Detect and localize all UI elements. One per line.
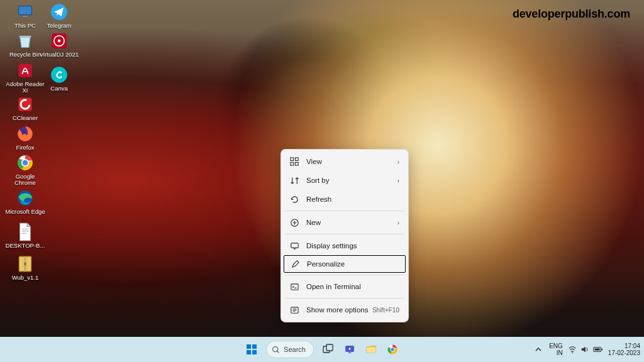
more-icon xyxy=(289,304,300,315)
svg-rect-33 xyxy=(252,350,257,354)
svg-rect-31 xyxy=(252,344,257,349)
time-text: 17:04 xyxy=(625,343,640,349)
menu-label: Sort by xyxy=(306,177,397,184)
watermark-text: developerpublish.com xyxy=(513,8,630,21)
svg-point-9 xyxy=(22,160,29,167)
menu-separator xyxy=(285,298,404,299)
menu-open-terminal[interactable]: Open in Terminal xyxy=(284,277,406,296)
desktop-icon-desktop-file[interactable]: DESKTOP-B... xyxy=(5,222,45,249)
taskbar-explorer[interactable] xyxy=(362,340,380,359)
svg-point-42 xyxy=(391,348,394,351)
taskbar-chrome[interactable] xyxy=(383,340,402,359)
menu-refresh[interactable]: Refresh xyxy=(284,190,406,209)
svg-rect-4 xyxy=(19,64,32,77)
menu-new[interactable]: New › xyxy=(284,213,406,232)
svg-point-21 xyxy=(51,67,67,83)
lang-primary: ENG xyxy=(549,343,563,349)
svg-rect-16 xyxy=(24,263,26,265)
menu-separator xyxy=(285,211,404,211)
taskbar-right: ENG IN 17:04 17-02-2023 xyxy=(533,340,640,359)
menu-view[interactable]: View › xyxy=(284,152,406,171)
monitor-icon xyxy=(16,3,35,21)
virtualdj-icon xyxy=(50,31,69,50)
desktop-icon-firefox[interactable]: Firefox xyxy=(5,124,45,151)
desktop-icon-canva[interactable]: Canva xyxy=(39,65,79,92)
svg-rect-22 xyxy=(290,157,293,160)
menu-sort-by[interactable]: Sort by › xyxy=(284,171,406,190)
svg-rect-37 xyxy=(326,344,333,351)
refresh-icon xyxy=(289,194,300,205)
svg-rect-3 xyxy=(19,36,31,38)
svg-rect-40 xyxy=(367,348,375,353)
taskbar-center: Search xyxy=(242,340,402,359)
desktop-context-menu: View › Sort by › Refresh New › Display s… xyxy=(280,149,409,322)
svg-rect-25 xyxy=(295,162,298,165)
display-icon xyxy=(289,240,300,251)
svg-rect-28 xyxy=(291,283,297,289)
system-tray[interactable] xyxy=(568,345,603,354)
desktop-icon-edge[interactable]: Microsoft Edge xyxy=(5,189,45,215)
menu-label: Refresh xyxy=(306,195,399,203)
text-file-icon xyxy=(16,222,35,241)
taskbar: Search ENG IN 17:04 17-02-2023 xyxy=(0,337,644,362)
svg-rect-46 xyxy=(601,349,602,351)
svg-rect-45 xyxy=(595,348,600,351)
icon-label: Google Chrome xyxy=(5,173,45,187)
personalize-icon xyxy=(289,258,301,270)
lang-secondary: IN xyxy=(557,349,563,356)
chrome-icon xyxy=(16,153,35,172)
svg-rect-32 xyxy=(247,350,251,354)
battery-icon xyxy=(593,346,603,353)
wifi-icon xyxy=(568,345,577,354)
search-placeholder: Search xyxy=(284,346,306,353)
firefox-icon xyxy=(16,124,35,143)
icon-label: CCleaner xyxy=(13,115,38,121)
svg-rect-27 xyxy=(291,243,297,248)
clock[interactable]: 17:04 17-02-2023 xyxy=(608,343,640,356)
svg-rect-1 xyxy=(23,16,28,17)
menu-label: Show more options xyxy=(306,306,372,314)
start-button[interactable] xyxy=(242,340,261,359)
tray-chevron[interactable] xyxy=(533,340,544,359)
date-text: 17-02-2023 xyxy=(608,349,640,356)
icon-label: Telegram xyxy=(47,23,71,29)
icon-label: Canva xyxy=(50,85,67,92)
menu-label: New xyxy=(306,219,397,226)
svg-point-20 xyxy=(58,40,61,43)
volume-icon xyxy=(580,345,589,354)
menu-label: Open in Terminal xyxy=(306,283,399,290)
edge-icon xyxy=(16,189,35,207)
search-icon xyxy=(272,346,280,354)
adobe-reader-icon xyxy=(16,61,35,80)
taskbar-chat[interactable] xyxy=(340,340,359,359)
menu-label: Display settings xyxy=(306,242,399,250)
task-view-button[interactable] xyxy=(319,340,338,359)
chevron-right-icon: › xyxy=(397,158,399,165)
menu-personalize[interactable]: Personalize xyxy=(284,255,406,273)
icon-label: Wub_v1.1 xyxy=(12,275,39,281)
icon-label: DESKTOP-B... xyxy=(6,243,45,249)
desktop-icon-ccleaner[interactable]: CCleaner xyxy=(5,95,45,121)
menu-display-settings[interactable]: Display settings xyxy=(284,236,406,255)
svg-point-34 xyxy=(273,346,278,351)
icon-label: VirtualDJ 2021 xyxy=(40,52,79,58)
icon-label: Firefox xyxy=(16,145,34,151)
terminal-icon xyxy=(289,281,300,292)
desktop-icon-chrome[interactable]: Google Chrome xyxy=(5,153,45,187)
desktop-icon-wub[interactable]: Wub_v1.1 xyxy=(5,255,45,281)
svg-rect-23 xyxy=(295,157,298,160)
desktop-icon-telegram[interactable]: Telegram xyxy=(39,3,79,29)
svg-rect-30 xyxy=(247,344,251,349)
chevron-right-icon: › xyxy=(397,219,399,226)
svg-rect-0 xyxy=(19,6,32,15)
svg-line-35 xyxy=(277,351,279,352)
canva-icon xyxy=(50,65,69,84)
chevron-right-icon: › xyxy=(397,177,399,184)
taskbar-search[interactable]: Search xyxy=(266,341,314,358)
new-icon xyxy=(289,217,300,228)
ccleaner-icon xyxy=(16,95,35,114)
language-indicator[interactable]: ENG IN xyxy=(549,343,563,356)
menu-show-more[interactable]: Show more options Shift+F10 xyxy=(284,300,406,319)
desktop-icon-virtualdj[interactable]: VirtualDJ 2021 xyxy=(39,31,79,58)
menu-separator xyxy=(285,275,404,275)
